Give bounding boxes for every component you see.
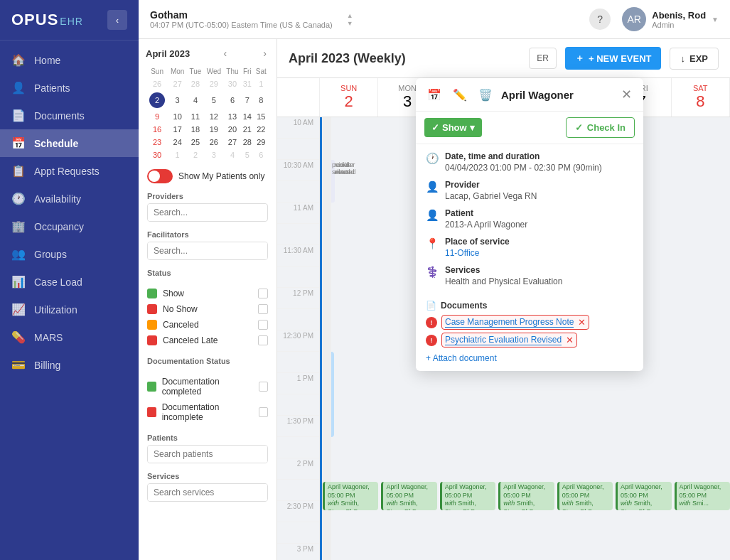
location-arrows[interactable]: ▲ ▼ (347, 12, 353, 27)
cal-day[interactable]: 16 (147, 124, 167, 135)
doc-complete-checkbox[interactable] (259, 382, 268, 392)
attach-document-link[interactable]: + Attach document (426, 353, 497, 363)
providers-search[interactable]: ▼ (147, 203, 268, 222)
cal-day[interactable]: 6 (225, 91, 240, 109)
cal-day[interactable]: 28 (188, 78, 203, 90)
patients-search[interactable] (147, 445, 268, 463)
cal-day[interactable]: 20 (225, 124, 240, 135)
sidebar-item-home[interactable]: 🏠 Home (0, 46, 139, 74)
cal-day[interactable]: 6 (254, 149, 268, 161)
cal-day[interactable]: 19 (205, 124, 223, 135)
cal-day[interactable]: 22 (254, 124, 268, 135)
cal-day[interactable]: 13 (225, 111, 240, 122)
cal-col-header-sun[interactable]: SUN 2 (320, 78, 378, 117)
sidebar-item-utilization[interactable]: 📈 Utilization (0, 296, 139, 323)
cal-day[interactable]: 1 (168, 149, 186, 161)
status-show-checkbox[interactable] (258, 289, 268, 298)
cal-day-today[interactable]: 2 (147, 91, 167, 109)
facilitators-search[interactable] (147, 242, 268, 260)
sidebar-item-appt-requests[interactable]: 📋 Appt Requests (0, 157, 139, 185)
cal-day[interactable]: 29 (254, 136, 268, 148)
toggle-switch[interactable] (147, 169, 173, 183)
cal-day[interactable]: 29 (205, 78, 223, 90)
doc1-link[interactable]: Case Management Progress Note (445, 317, 574, 328)
sidebar-item-mars[interactable]: 💊 MARS (0, 323, 139, 351)
cal-day[interactable]: 9 (147, 111, 167, 122)
cal-day[interactable]: 30 (147, 149, 167, 161)
cal-day[interactable]: 5 (242, 149, 253, 161)
popup-close-btn[interactable]: ✕ (618, 85, 635, 104)
sidebar-item-billing[interactable]: 💳 Billing (0, 351, 139, 379)
cal-day[interactable]: 23 (147, 136, 167, 148)
providers-dropdown-btn[interactable]: ▼ (266, 204, 268, 221)
arrow-down-icon[interactable]: ▼ (347, 20, 353, 27)
mini-cal-prev[interactable]: ‹ (220, 46, 230, 60)
cal-day[interactable]: 12 (205, 111, 223, 122)
status-canceled-late-checkbox[interactable] (258, 335, 268, 345)
back-button[interactable]: ‹ (107, 10, 127, 30)
cal-day[interactable]: 3 (205, 149, 223, 161)
sidebar-item-case-load[interactable]: 📊 Case Load (0, 268, 139, 296)
cal-day[interactable]: 30 (225, 78, 240, 90)
cal-day[interactable]: 5 (205, 91, 223, 109)
popup-show-select-btn[interactable]: ✓ Show ▾ (424, 118, 482, 137)
cal-day[interactable]: 14 (242, 111, 253, 122)
cal-day[interactable]: 26 (205, 136, 223, 148)
export-button[interactable]: ↓ EXP (670, 48, 719, 70)
doc-status-completed[interactable]: Documentation completed (147, 374, 268, 399)
status-canceled[interactable]: Canceled (147, 317, 268, 333)
check-in-button[interactable]: ✓ Check In (566, 117, 635, 138)
patients-search-input[interactable] (148, 446, 267, 463)
sidebar-item-patients[interactable]: 👤 Patients (0, 74, 139, 102)
sidebar-item-documents[interactable]: 📄 Documents (0, 102, 139, 129)
cal-day[interactable]: 3 (168, 91, 186, 109)
cal-day[interactable]: 8 (254, 91, 268, 109)
cal-day[interactable]: 7 (242, 91, 253, 109)
view-toggle-button[interactable]: ER (529, 48, 557, 69)
popup-delete-icon-btn[interactable]: 🗑️ (476, 87, 495, 103)
status-canceled-late[interactable]: Canceled Late (147, 333, 268, 348)
cal-day[interactable]: 17 (168, 124, 186, 135)
services-search[interactable] (147, 483, 268, 502)
arrow-up-icon[interactable]: ▲ (347, 12, 353, 19)
doc-status-incomplete[interactable]: Documentation incomplete (147, 399, 268, 425)
cal-day[interactable]: 18 (188, 124, 203, 135)
status-canceled-checkbox[interactable] (258, 320, 268, 330)
status-noshow-checkbox[interactable] (258, 304, 268, 314)
sidebar-item-schedule[interactable]: 📅 Schedule (0, 129, 139, 157)
status-show[interactable]: Show (147, 286, 268, 301)
popup-calendar-icon-btn[interactable]: 📅 (424, 87, 444, 103)
cal-day[interactable]: 27 (225, 136, 240, 148)
cal-day[interactable]: 31 (242, 78, 253, 90)
facilitators-search-input[interactable] (148, 242, 267, 259)
cal-day[interactable]: 27 (168, 78, 186, 90)
cal-day[interactable]: 4 (225, 149, 240, 161)
mini-cal-next[interactable]: › (260, 46, 269, 60)
user-menu[interactable]: AR Abenis, Rod Admin ▼ (622, 7, 719, 31)
doc2-link[interactable]: Psychiatric Evaluation Revised (445, 335, 562, 345)
cal-day[interactable]: 11 (188, 111, 203, 122)
new-event-button[interactable]: ＋ + NEW EVENT (565, 47, 662, 70)
sidebar-item-groups[interactable]: 👥 Groups (0, 240, 139, 268)
cal-day[interactable]: 15 (254, 111, 268, 122)
sidebar-item-occupancy[interactable]: 🏢 Occupancy (0, 212, 139, 240)
cal-day[interactable]: 21 (242, 124, 253, 135)
help-button[interactable]: ? (589, 9, 611, 30)
services-search-input[interactable] (148, 484, 267, 501)
day-col-sat[interactable] (330, 117, 331, 560)
status-noshow[interactable]: No Show (147, 301, 268, 317)
cal-day[interactable]: 10 (168, 111, 186, 122)
providers-search-input[interactable] (148, 204, 266, 221)
cal-day[interactable]: 24 (168, 136, 186, 148)
cal-day[interactable]: 4 (188, 91, 203, 109)
cal-day[interactable]: 28 (242, 136, 253, 148)
cal-col-header-sat[interactable]: SAT 8 (672, 78, 730, 117)
popup-edit-icon-btn[interactable]: ✏️ (450, 87, 470, 103)
sidebar-item-availability[interactable]: 🕐 Availability (0, 185, 139, 212)
doc1-remove-btn[interactable]: ✕ (578, 317, 586, 328)
show-my-patients-toggle[interactable]: Show My Patients only (139, 162, 277, 186)
doc-incomplete-checkbox[interactable] (259, 407, 268, 417)
cal-day[interactable]: 1 (254, 78, 268, 90)
cal-day[interactable]: 25 (188, 136, 203, 148)
cal-day[interactable]: 2 (188, 149, 203, 161)
